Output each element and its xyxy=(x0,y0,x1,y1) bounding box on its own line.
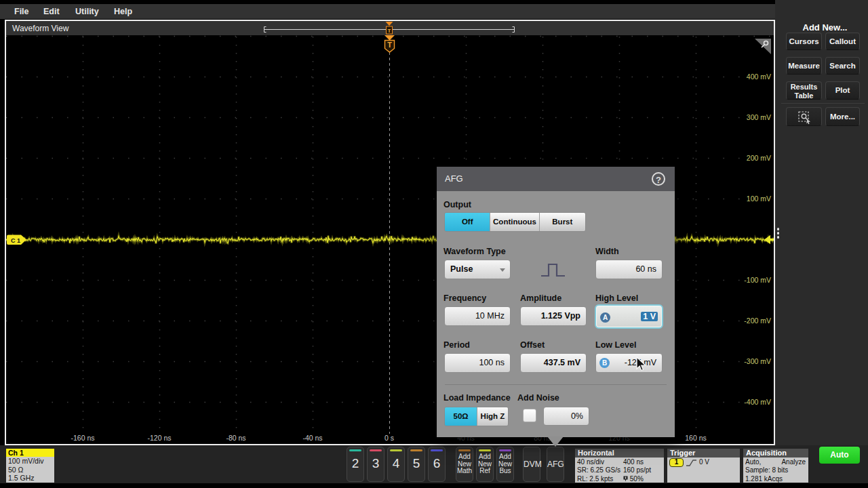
svg-text:T: T xyxy=(388,28,391,34)
svg-text:-300 mV: -300 mV xyxy=(744,357,771,365)
svg-text:-160 ns: -160 ns xyxy=(71,434,94,442)
svg-text:-100 mV: -100 mV xyxy=(744,276,771,284)
svg-text:-200 mV: -200 mV xyxy=(744,317,771,325)
svg-text:0 s: 0 s xyxy=(384,434,394,442)
svg-text:-80 ns: -80 ns xyxy=(226,434,245,442)
svg-text:400 mV: 400 mV xyxy=(747,73,771,81)
svg-text:300 mV: 300 mV xyxy=(747,113,771,121)
svg-text:C 1: C 1 xyxy=(11,237,20,244)
svg-text:-400 mV: -400 mV xyxy=(744,398,771,406)
svg-text:T: T xyxy=(387,41,392,49)
svg-text:100 mV: 100 mV xyxy=(747,195,771,203)
svg-text:-120 ns: -120 ns xyxy=(147,434,171,442)
svg-text:-40 ns: -40 ns xyxy=(302,434,322,442)
svg-text:200 mV: 200 mV xyxy=(747,154,771,162)
svg-text:160 ns: 160 ns xyxy=(685,434,707,442)
